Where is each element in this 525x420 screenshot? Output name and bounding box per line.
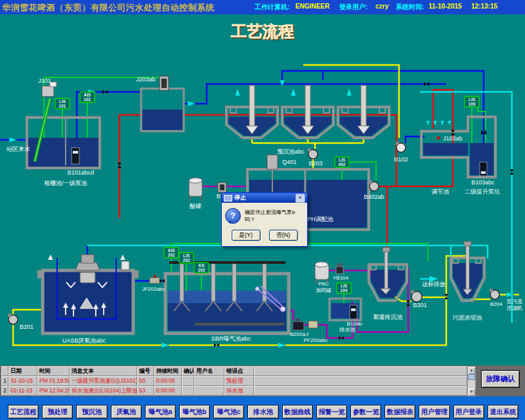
label-acid-tank: 酸罐 <box>190 203 201 209</box>
label-discharge: 达标排放 <box>422 281 446 287</box>
label-grating-tank: 格栅池/一级泵池 <box>44 180 87 186</box>
row1-user <box>194 376 224 386</box>
stop-confirm-dialog: 停止 × ? 确定停止射流曝气泵b吗？ 是(Y) 否(N) <box>221 192 308 247</box>
label-reg-tank: 调节池 <box>432 188 450 195</box>
btn-param-list[interactable]: 参数一览 <box>350 405 381 419</box>
label-b202: B202a-f <box>290 331 309 337</box>
svg-text:103: 103 <box>469 102 476 106</box>
mixer-q401-icon[interactable] <box>267 155 278 169</box>
scroll-down-icon[interactable]: ▼ <box>468 388 475 396</box>
btn-alarm-list[interactable]: 报警一览 <box>316 405 347 419</box>
dialog-close-icon[interactable]: × <box>295 194 305 203</box>
instrument-lis103[interactable]: LIS103 <box>465 96 479 107</box>
svg-text:202: 202 <box>183 258 190 262</box>
presed-tank-c <box>338 85 389 138</box>
btn-aeration-b[interactable]: 曝气池b <box>179 405 210 419</box>
pump-b101-icon[interactable] <box>72 148 79 164</box>
label-ph-tank: PH调配池 <box>307 216 333 222</box>
no-button[interactable]: 否(N) <box>269 230 298 241</box>
fault-ack-button[interactable]: 故障确认 <box>481 370 520 388</box>
svg-text:104: 104 <box>341 288 348 293</box>
instrument-ais202[interactable]: AIS202 <box>164 247 178 258</box>
row1-duration: 0:00:05 <box>154 376 182 386</box>
pump-b104-icon[interactable] <box>350 305 357 319</box>
btn-user-login[interactable]: 用户登录 <box>453 405 484 419</box>
j203-tank <box>141 76 184 131</box>
row1-filler <box>254 376 467 386</box>
dialog-titlebar[interactable]: 停止 × <box>222 193 307 203</box>
col-date[interactable]: 日期 <box>9 366 37 376</box>
label-b103: B103abc <box>471 179 495 186</box>
pump-b203-icon[interactable] <box>308 148 318 159</box>
pump-yb104-icon[interactable] <box>336 263 343 274</box>
col-id[interactable]: 编号 <box>137 366 154 376</box>
svg-text:LIS: LIS <box>183 253 190 258</box>
label-b401-partial: B <box>217 193 220 200</box>
row1-num: 1 <box>1 376 9 386</box>
col-user[interactable]: 用户名 <box>194 366 224 376</box>
label-pump-pit: 二级提升泵坑 <box>465 188 500 195</box>
alarm-scrollbar[interactable]: ▲ ▼ <box>467 366 476 396</box>
row2-num: 2 <box>1 386 9 396</box>
btn-pretreatment[interactable]: 预处理 <box>42 405 73 419</box>
alarm-row-2[interactable]: 2 02-11-15 PM 12:04:25 排水池液位(LIS104)上限值 … <box>1 386 467 396</box>
pump-b401-icon[interactable] <box>218 182 226 192</box>
grating-machine-icon[interactable] <box>42 86 54 96</box>
pump-b204-icon[interactable] <box>490 289 499 299</box>
col-errorpoint[interactable]: 错误点 <box>224 366 254 376</box>
sludge-thickener <box>451 242 484 301</box>
label-j203: J203ab <box>136 76 156 83</box>
col-duration[interactable]: 持续时间 <box>154 366 182 376</box>
btn-process-flow[interactable]: 工艺流程 <box>8 405 39 419</box>
label-inlet: 站区来水 <box>6 146 30 152</box>
btn-drain-tank[interactable]: 排水池 <box>247 405 278 419</box>
pump-b301-icon[interactable] <box>411 290 422 302</box>
jf202-device-icon[interactable] <box>150 275 160 284</box>
page-title: 工艺流程 <box>230 22 294 40</box>
row1-time: PM 01:19:50 <box>37 376 70 386</box>
label-b104: B104b <box>346 321 362 327</box>
alarm-table: 日期 时间 消息文本 编号 持续时间 确认状 用户名 错误点 1 31-10-1… <box>1 366 467 396</box>
label-b101: B101abcd <box>68 169 94 176</box>
svg-text:202: 202 <box>168 253 175 257</box>
pump-b402-icon[interactable] <box>369 180 379 191</box>
pf202-meter-icon[interactable] <box>308 321 318 328</box>
row1-point: 预处理 <box>224 376 254 386</box>
instrument-lis402[interactable]: LIS402 <box>335 157 349 167</box>
presed-tank-a <box>226 85 278 138</box>
alarm-row-1[interactable]: 1 31-10-15 PM 01:19:50 一级提升泵池液位(LIS101)下… <box>1 376 467 386</box>
biogas-meter-icon <box>121 261 129 270</box>
btn-data-report[interactable]: 数据报表 <box>385 405 415 419</box>
yes-button[interactable]: 是(Y) <box>232 230 261 241</box>
instrument-ais101[interactable]: AIS101 <box>80 92 94 102</box>
svg-text:LIS: LIS <box>339 158 346 162</box>
pump-b102-icon[interactable] <box>396 142 406 152</box>
label-pac-1: PAC <box>318 281 329 287</box>
label-b301: B301 <box>413 302 427 308</box>
label-sbr: SBR曝气池abc <box>211 335 251 342</box>
instrument-lis202[interactable]: LIS202 <box>179 253 194 263</box>
col-message[interactable]: 消息文本 <box>70 366 137 376</box>
btn-exit-system[interactable]: 退出系统 <box>488 405 518 419</box>
sbr-tank <box>165 261 289 333</box>
label-b102: B102 <box>394 156 408 163</box>
pump-b201-icon[interactable] <box>8 314 18 324</box>
btn-user-mgmt[interactable]: 用户管理 <box>419 405 450 419</box>
btn-presed-tank[interactable]: 预沉池 <box>76 405 107 419</box>
btn-aeration-a[interactable]: 曝气池a <box>145 405 176 419</box>
scroll-up-icon[interactable]: ▲ <box>468 367 475 374</box>
instrument-lis104[interactable]: LIS104 <box>337 283 351 293</box>
btn-anaerobic-tank[interactable]: 厌氧池 <box>111 405 142 419</box>
pump-b202-icon[interactable] <box>293 318 304 330</box>
instrument-ks202[interactable]: KS202 <box>194 262 209 273</box>
scroll-thumb[interactable] <box>468 374 475 380</box>
svg-text:LIS: LIS <box>59 99 66 104</box>
col-rownum[interactable] <box>1 366 9 376</box>
row2-filler <box>254 386 467 396</box>
col-time[interactable]: 时间 <box>37 366 70 376</box>
instrument-lis101[interactable]: LIS101 <box>55 98 70 109</box>
btn-data-curve[interactable]: 数据曲线 <box>282 405 313 419</box>
alarm-panel: 日期 时间 消息文本 编号 持续时间 确认状 用户名 错误点 1 31-10-1… <box>0 366 525 396</box>
btn-aeration-c[interactable]: 曝气池c <box>213 405 244 419</box>
col-ack[interactable]: 确认状 <box>182 366 194 376</box>
